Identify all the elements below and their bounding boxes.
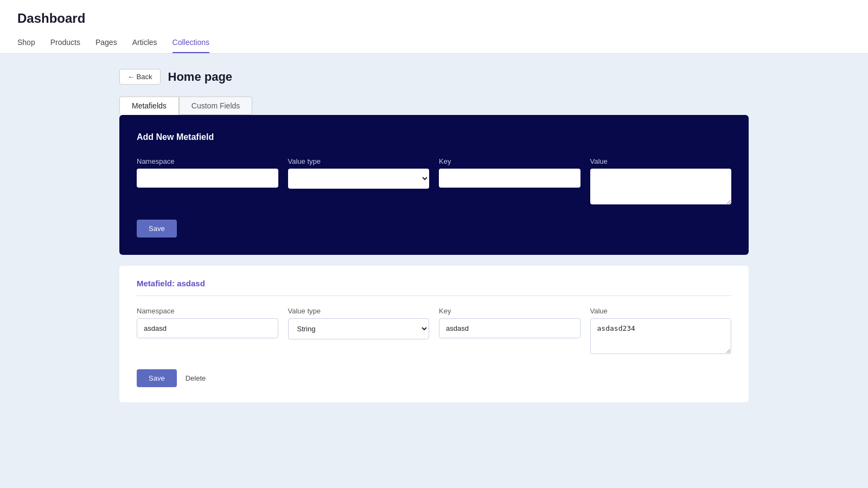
page-content: ← Back Home page Metafields Custom Field…	[0, 54, 868, 435]
add-metafield-title: Add New Metafield	[137, 132, 731, 142]
add-metafield-form-row: Namespace Value type String Integer JSON…	[137, 157, 731, 204]
add-metafield-save-button[interactable]: Save	[137, 220, 177, 237]
value-type-label: Value type	[288, 157, 430, 165]
nav-articles[interactable]: Articles	[132, 33, 157, 53]
value-textarea[interactable]	[590, 169, 732, 204]
nav-products[interactable]: Products	[50, 33, 80, 53]
top-bar: Dashboard Shop Products Pages Articles C…	[0, 0, 868, 54]
metafield-value-type-select[interactable]: String Integer JSON string Boolean	[288, 318, 430, 339]
metafield-entry-title: Metafield: asdasd	[137, 279, 731, 288]
dashboard-title: Dashboard	[17, 0, 851, 33]
namespace-label: Namespace	[137, 157, 278, 165]
namespace-group: Namespace	[137, 157, 278, 204]
metafield-value-type-group: Value type String Integer JSON string Bo…	[288, 307, 430, 354]
tab-custom-fields[interactable]: Custom Fields	[179, 97, 252, 115]
metafield-form-row: Namespace Value type String Integer JSON…	[137, 307, 731, 354]
key-group: Key	[439, 157, 580, 204]
metafield-key-input[interactable]	[439, 318, 580, 338]
metafield-value-textarea[interactable]: asdasd234	[590, 318, 732, 354]
namespace-input[interactable]	[137, 169, 278, 188]
metafield-card: Metafield: asdasd Namespace Value type S…	[119, 266, 749, 402]
metafield-namespace-label: Namespace	[137, 307, 278, 315]
metafield-delete-button[interactable]: Delete	[186, 374, 206, 382]
nav-pages[interactable]: Pages	[95, 33, 117, 53]
metafield-action-row: Save Delete	[137, 369, 731, 387]
back-button[interactable]: ← Back	[119, 69, 161, 85]
add-metafield-card: Add New Metafield Namespace Value type S…	[119, 115, 749, 255]
tabs-row: Metafields Custom Fields	[119, 97, 749, 115]
value-group: Value	[590, 157, 732, 204]
key-label: Key	[439, 157, 580, 165]
nav-shop[interactable]: Shop	[17, 33, 35, 53]
value-label: Value	[590, 157, 732, 165]
key-input[interactable]	[439, 169, 580, 188]
page-title: Home page	[168, 70, 233, 84]
tab-metafields[interactable]: Metafields	[119, 97, 179, 115]
metafield-namespace-group: Namespace	[137, 307, 278, 354]
value-type-group: Value type String Integer JSON string Bo…	[288, 157, 430, 204]
value-type-select[interactable]: String Integer JSON string Boolean	[288, 169, 430, 189]
metafield-namespace-input[interactable]	[137, 318, 278, 338]
metafield-key-label: Key	[439, 307, 580, 315]
metafield-save-button[interactable]: Save	[137, 369, 177, 387]
metafield-value-type-label: Value type	[288, 307, 430, 315]
nav-collections[interactable]: Collections	[173, 33, 209, 53]
main-nav: Shop Products Pages Articles Collections	[17, 33, 851, 53]
metafield-key-group: Key	[439, 307, 580, 354]
divider	[137, 296, 731, 296]
metafield-value-group: Value asdasd234	[590, 307, 732, 354]
breadcrumb: ← Back Home page	[119, 69, 749, 85]
metafield-value-label: Value	[590, 307, 732, 315]
